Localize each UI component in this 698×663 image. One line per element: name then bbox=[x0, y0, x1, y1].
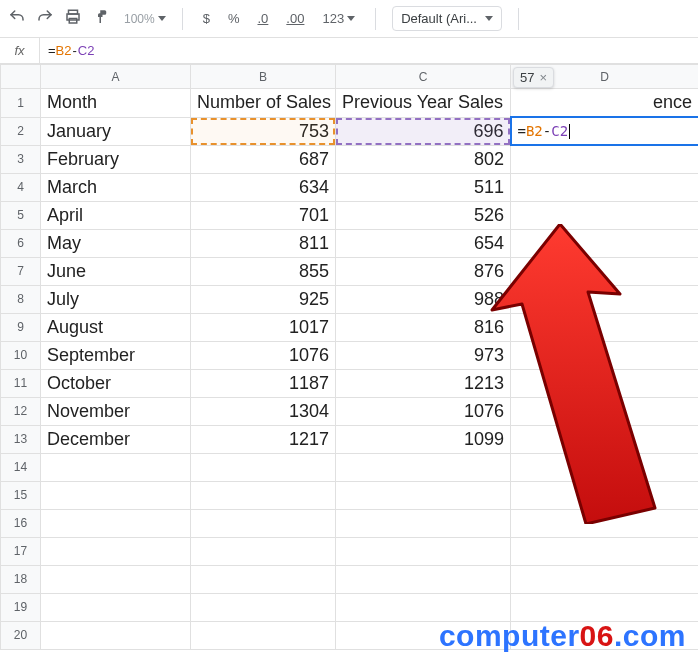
cell[interactable] bbox=[511, 201, 699, 229]
cell[interactable] bbox=[41, 453, 191, 481]
row-header[interactable]: 11 bbox=[1, 369, 41, 397]
cell[interactable] bbox=[511, 537, 699, 565]
cell[interactable]: Previous Year Sales bbox=[336, 89, 511, 118]
cell[interactable]: 988 bbox=[336, 285, 511, 313]
row-header[interactable]: 14 bbox=[1, 453, 41, 481]
cell[interactable]: December bbox=[41, 425, 191, 453]
row-header[interactable]: 19 bbox=[1, 593, 41, 621]
more-formats-button[interactable]: 123 bbox=[318, 8, 359, 29]
cell[interactable] bbox=[511, 481, 699, 509]
cell[interactable] bbox=[191, 537, 336, 565]
row-header[interactable]: 17 bbox=[1, 537, 41, 565]
cell[interactable]: 511 bbox=[336, 173, 511, 201]
cell[interactable]: Month bbox=[41, 89, 191, 118]
cell[interactable]: 1076 bbox=[191, 341, 336, 369]
cell[interactable]: 816 bbox=[336, 313, 511, 341]
cell[interactable] bbox=[191, 593, 336, 621]
cells-table[interactable]: A B C D 1MonthNumber of SalesPrevious Ye… bbox=[0, 64, 698, 650]
cell[interactable]: 1099 bbox=[336, 425, 511, 453]
print-icon[interactable] bbox=[64, 8, 82, 29]
cell[interactable]: Number of Sales bbox=[191, 89, 336, 118]
cell[interactable] bbox=[336, 593, 511, 621]
cell[interactable]: May bbox=[41, 229, 191, 257]
cell[interactable]: ence bbox=[511, 89, 699, 118]
row-header[interactable]: 7 bbox=[1, 257, 41, 285]
cell[interactable]: March bbox=[41, 173, 191, 201]
cell[interactable]: 687 bbox=[191, 145, 336, 173]
row-header[interactable]: 10 bbox=[1, 341, 41, 369]
cell[interactable]: October bbox=[41, 369, 191, 397]
cell[interactable] bbox=[511, 173, 699, 201]
cell[interactable]: 802 bbox=[336, 145, 511, 173]
active-cell-d2[interactable]: =B2-C2 bbox=[511, 117, 699, 145]
cell[interactable]: 526 bbox=[336, 201, 511, 229]
row-header[interactable]: 12 bbox=[1, 397, 41, 425]
tooltip-close-icon[interactable]: × bbox=[539, 70, 547, 85]
font-selector[interactable]: Default (Ari... bbox=[392, 6, 502, 31]
cell[interactable] bbox=[41, 537, 191, 565]
cell[interactable] bbox=[336, 565, 511, 593]
cell[interactable] bbox=[41, 593, 191, 621]
cell[interactable] bbox=[191, 509, 336, 537]
cell[interactable]: 811 bbox=[191, 229, 336, 257]
cell[interactable] bbox=[511, 341, 699, 369]
cell[interactable] bbox=[511, 313, 699, 341]
cell[interactable]: 696 bbox=[336, 117, 511, 145]
cell[interactable] bbox=[336, 509, 511, 537]
cell[interactable]: February bbox=[41, 145, 191, 173]
currency-button[interactable]: $ bbox=[199, 8, 214, 29]
cell[interactable] bbox=[511, 397, 699, 425]
formula-input[interactable]: =B2-C2 bbox=[40, 38, 698, 63]
cell[interactable] bbox=[511, 145, 699, 173]
cell[interactable]: June bbox=[41, 257, 191, 285]
cell[interactable] bbox=[191, 481, 336, 509]
cell[interactable]: 701 bbox=[191, 201, 336, 229]
row-header[interactable]: 4 bbox=[1, 173, 41, 201]
cell[interactable]: 1017 bbox=[191, 313, 336, 341]
increase-decimal-button[interactable]: .00 bbox=[282, 8, 308, 29]
select-all-corner[interactable] bbox=[1, 65, 41, 89]
cell[interactable]: April bbox=[41, 201, 191, 229]
cell[interactable]: 1304 bbox=[191, 397, 336, 425]
paint-format-icon[interactable] bbox=[92, 8, 110, 29]
row-header[interactable]: 18 bbox=[1, 565, 41, 593]
cell[interactable]: 1213 bbox=[336, 369, 511, 397]
cell[interactable] bbox=[41, 509, 191, 537]
cell[interactable]: 1076 bbox=[336, 397, 511, 425]
zoom-selector[interactable]: 100% bbox=[124, 12, 166, 26]
cell[interactable] bbox=[41, 621, 191, 649]
row-header[interactable]: 13 bbox=[1, 425, 41, 453]
cell[interactable]: 753 bbox=[191, 117, 336, 145]
cell[interactable]: September bbox=[41, 341, 191, 369]
cell[interactable] bbox=[41, 481, 191, 509]
cell[interactable]: 973 bbox=[336, 341, 511, 369]
cell[interactable]: January bbox=[41, 117, 191, 145]
cell[interactable]: 925 bbox=[191, 285, 336, 313]
cell[interactable] bbox=[191, 621, 336, 649]
cell[interactable] bbox=[511, 509, 699, 537]
column-header-b[interactable]: B bbox=[191, 65, 336, 89]
row-header[interactable]: 20 bbox=[1, 621, 41, 649]
cell[interactable]: July bbox=[41, 285, 191, 313]
row-header[interactable]: 6 bbox=[1, 229, 41, 257]
cell[interactable]: 634 bbox=[191, 173, 336, 201]
row-header[interactable]: 3 bbox=[1, 145, 41, 173]
row-header[interactable]: 9 bbox=[1, 313, 41, 341]
cell[interactable] bbox=[511, 285, 699, 313]
row-header[interactable]: 5 bbox=[1, 201, 41, 229]
row-header[interactable]: 16 bbox=[1, 509, 41, 537]
cell[interactable] bbox=[336, 481, 511, 509]
cell[interactable] bbox=[511, 257, 699, 285]
percent-button[interactable]: % bbox=[224, 8, 244, 29]
cell[interactable]: 1187 bbox=[191, 369, 336, 397]
cell[interactable] bbox=[41, 565, 191, 593]
cell[interactable] bbox=[511, 369, 699, 397]
cell[interactable]: 855 bbox=[191, 257, 336, 285]
cell[interactable] bbox=[336, 537, 511, 565]
cell[interactable] bbox=[511, 425, 699, 453]
row-header[interactable]: 15 bbox=[1, 481, 41, 509]
cell[interactable] bbox=[511, 453, 699, 481]
cell[interactable] bbox=[336, 453, 511, 481]
cell[interactable]: November bbox=[41, 397, 191, 425]
redo-icon[interactable] bbox=[36, 8, 54, 29]
